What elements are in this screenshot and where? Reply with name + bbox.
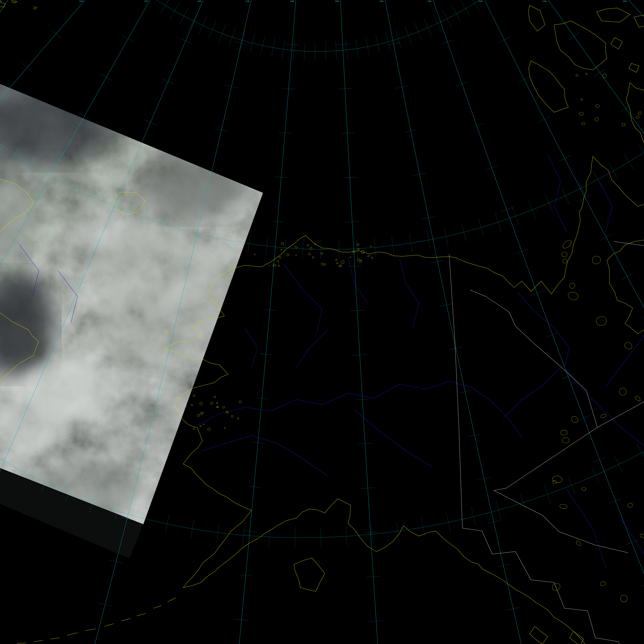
longitude-label-top: 150E	[0, 0, 2, 2]
longitude-label-top: 110W	[542, 0, 546, 2]
longitude-label-top: 130W	[427, 0, 431, 2]
longitude-label-top: 120W	[478, 0, 482, 2]
longitude-label-top: 150W	[335, 0, 339, 2]
longitude-label-top: 180E	[197, 0, 201, 2]
longitude-label-top: 160W	[290, 0, 294, 2]
satellite-map-viewport[interactable]: 150E160E170E180E170W160W150W140W130W120W…	[0, 0, 644, 644]
longitude-label-top: 170E	[144, 0, 148, 2]
longitude-label-top: 100W	[623, 0, 627, 2]
longitude-label-top: 140W	[379, 0, 383, 2]
longitude-label-top: 170W	[245, 0, 249, 2]
map-canvas[interactable]: 150E160E170E180E170W160W150W140W130W120W…	[0, 0, 644, 644]
longitude-label-top: 160E	[79, 0, 83, 2]
